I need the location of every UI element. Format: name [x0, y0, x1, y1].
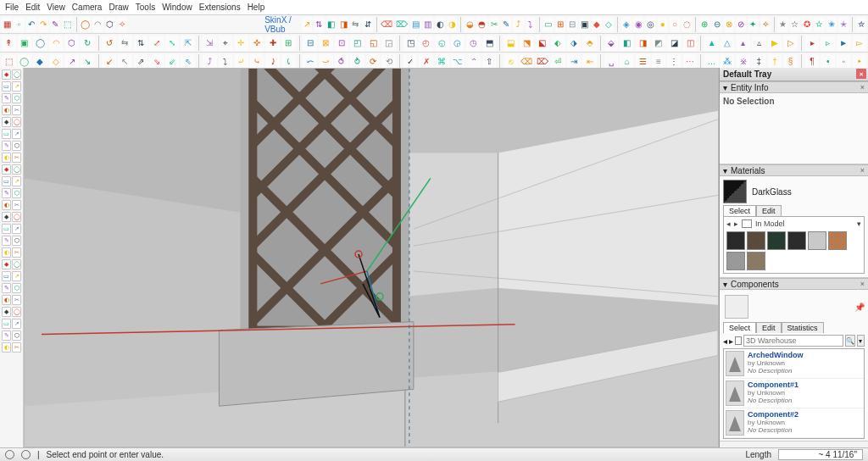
toolbar-button[interactable]: ◯: [33, 36, 47, 51]
toolbar-button[interactable]: ▲: [704, 36, 719, 51]
tool-button[interactable]: ▭: [2, 81, 11, 92]
tool-button[interactable]: ▭: [2, 224, 11, 234]
tool-button[interactable]: ◯: [12, 307, 21, 317]
toolbar-button[interactable]: ◪: [667, 36, 682, 51]
toolbar-button[interactable]: ↺: [102, 36, 116, 51]
toolbar-button[interactable]: ◨: [338, 17, 348, 32]
tool-button[interactable]: ▭: [2, 271, 11, 281]
tool-button[interactable]: ▭: [2, 176, 11, 186]
toolbar-button[interactable]: †: [768, 54, 782, 69]
tool-button[interactable]: ▭: [2, 129, 11, 139]
tool-button[interactable]: ⬡: [12, 283, 21, 293]
toolbar-button[interactable]: ⌫: [520, 54, 534, 69]
toolbar-button[interactable]: ⊟: [303, 36, 317, 51]
toolbar-button[interactable]: ⤵: [219, 54, 233, 69]
tool-button[interactable]: ◆: [2, 164, 11, 175]
material-swatch[interactable]: [726, 231, 745, 250]
toolbar-button[interactable]: ⬗: [567, 36, 581, 51]
toolbar-button[interactable]: ⥁: [350, 54, 364, 69]
status-credits-icon[interactable]: [21, 450, 31, 459]
toolbar-button[interactable]: ▸: [805, 36, 820, 51]
toolbar-button[interactable]: ✧: [117, 17, 127, 32]
toolbar-button[interactable]: ✂: [489, 17, 499, 32]
tool-button[interactable]: ◯: [12, 259, 21, 269]
tool-button[interactable]: ✎: [2, 141, 11, 151]
toolbar-button[interactable]: ⤸: [265, 54, 280, 69]
tool-button[interactable]: ◐: [2, 247, 11, 258]
material-library-name[interactable]: In Model: [755, 219, 785, 228]
toolbar-button[interactable]: ▦: [2, 17, 12, 32]
toolbar-button[interactable]: ⤷: [250, 54, 264, 69]
toolbar-button[interactable]: ⬔: [520, 36, 534, 51]
toolbar-button[interactable]: ⇲: [203, 36, 217, 51]
toolbar-button[interactable]: ◧: [326, 17, 337, 32]
menu-window[interactable]: Window: [162, 3, 192, 12]
toolbar-button[interactable]: ⬚: [62, 17, 72, 32]
toolbar-button[interactable]: ⊕: [699, 17, 709, 32]
tool-button[interactable]: ⬡: [12, 93, 21, 103]
toolbar-button[interactable]: ⤶: [234, 54, 248, 69]
toolbar-button[interactable]: ●: [658, 17, 668, 32]
home-icon[interactable]: [735, 336, 742, 345]
toolbar-button[interactable]: ⌫: [380, 17, 393, 32]
tool-button[interactable]: ↗: [12, 319, 21, 329]
component-item[interactable]: Component#1by UnknownNo Description: [724, 379, 864, 408]
toolbar-button[interactable]: ◐: [435, 17, 445, 32]
toolbar-button[interactable]: ◷: [466, 36, 481, 51]
tool-button[interactable]: ◯: [12, 164, 21, 175]
tool-button[interactable]: ✂: [12, 153, 21, 163]
toolbar-button[interactable]: ␣: [604, 54, 619, 69]
status-geolocate-icon[interactable]: [5, 450, 14, 459]
dropdown-icon[interactable]: ▾: [857, 219, 861, 228]
toolbar-button[interactable]: ◯: [80, 17, 91, 32]
toolbar-button[interactable]: ↷: [38, 17, 48, 32]
toolbar-button[interactable]: ⬡: [105, 17, 115, 32]
toolbar-button[interactable]: ☆: [790, 17, 800, 32]
toolbar-button[interactable]: ⇆: [118, 36, 132, 51]
toolbar-button[interactable]: ↗: [64, 54, 79, 69]
toolbar-button[interactable]: △: [721, 36, 735, 51]
nav-fwd-icon[interactable]: ▸: [729, 336, 733, 346]
toolbar-button[interactable]: ▥: [423, 17, 433, 32]
menu-draw[interactable]: Draw: [108, 3, 128, 12]
toolbar-button[interactable]: ⌦: [536, 54, 550, 69]
toolbar-button[interactable]: ▤: [410, 17, 420, 32]
toolbar-button[interactable]: ‡: [752, 54, 766, 69]
toolbar-button[interactable]: ⬘: [582, 36, 597, 51]
toolbar-button[interactable]: ⇙: [165, 54, 180, 69]
current-material-swatch[interactable]: [723, 180, 747, 203]
menu-help[interactable]: Help: [248, 3, 265, 12]
toolbar-button[interactable]: ►: [837, 36, 851, 51]
components-tab-statistics[interactable]: Statistics: [782, 322, 824, 333]
panel-entity-info-header[interactable]: ▾Entity Info ×: [720, 81, 868, 93]
panel-materials-header[interactable]: ▾Materials ×: [720, 164, 868, 176]
toolbar-button[interactable]: ↙: [102, 54, 116, 69]
tool-button[interactable]: ↗: [12, 271, 21, 281]
panel-components-header[interactable]: ▾Components ×: [720, 278, 868, 290]
toolbar-button[interactable]: ⇅: [314, 17, 324, 32]
toolbar-button[interactable]: ↟: [2, 36, 16, 51]
tool-button[interactable]: ◐: [2, 200, 11, 210]
toolbar-button[interactable]: ⌥: [451, 54, 465, 69]
toolbar-button[interactable]: ⤢: [149, 36, 164, 51]
tool-button[interactable]: ◯: [12, 117, 21, 127]
toolbar-button[interactable]: ◑: [447, 17, 457, 32]
toolbar-button[interactable]: ⏎: [551, 54, 565, 69]
toolbar-button[interactable]: ⊠: [319, 36, 333, 51]
toolbar-button[interactable]: ⎋: [504, 54, 518, 69]
arrow-right-icon[interactable]: ▸: [734, 219, 738, 228]
toolbar-button[interactable]: ⤴: [203, 54, 217, 69]
search-icon[interactable]: 🔍: [845, 335, 855, 347]
material-swatch[interactable]: [747, 231, 765, 250]
component-item[interactable]: ArchedWindowby UnknownNo Description: [724, 349, 864, 379]
toolbar-button[interactable]: ◒: [465, 17, 475, 32]
material-swatch[interactable]: [767, 231, 786, 250]
tool-button[interactable]: ✂: [12, 247, 21, 258]
toolbar-button[interactable]: ※: [736, 54, 750, 69]
toolbar-button[interactable]: ⟳: [366, 54, 381, 69]
toolbar-button[interactable]: ✧: [760, 17, 771, 32]
toolbar-button[interactable]: ✦: [748, 17, 758, 32]
components-tab-edit[interactable]: Edit: [756, 322, 782, 333]
toolbar-button[interactable]: ↖: [118, 54, 132, 69]
tool-button[interactable]: ↗: [12, 129, 21, 139]
